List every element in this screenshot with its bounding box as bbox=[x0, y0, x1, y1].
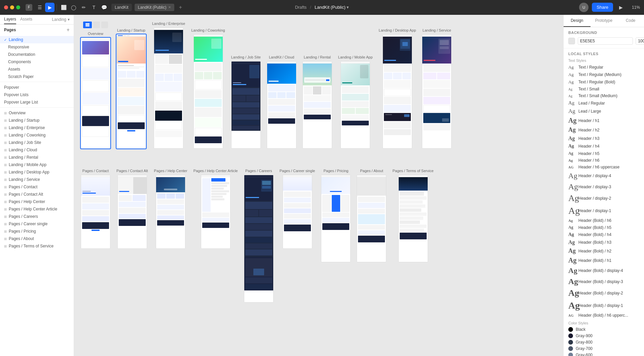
style-item[interactable]: Ag Header / h4 bbox=[568, 144, 639, 149]
page-item-pages-terms[interactable]: ⊞ Pages / Terms of Service bbox=[0, 242, 74, 250]
style-item[interactable]: Ag Header / h2 bbox=[568, 126, 639, 133]
move-tool[interactable]: ▶ bbox=[45, 3, 55, 12]
page-item-landing-jobsite[interactable]: ⊞ Landing / Job Site bbox=[0, 139, 74, 146]
text-tool[interactable]: T bbox=[89, 3, 99, 12]
color-style-gray900[interactable]: Gray-900 bbox=[568, 333, 639, 338]
frame-thumb-coworking[interactable] bbox=[193, 34, 223, 149]
frame-contact[interactable]: Pages / Contact bbox=[81, 169, 110, 249]
page-item-popover-large-list[interactable]: Popover Large List bbox=[0, 98, 74, 106]
frame-thumb-terms[interactable] bbox=[398, 175, 428, 262]
frame-thumb-jobsite[interactable] bbox=[231, 61, 261, 149]
maximize-button[interactable] bbox=[16, 5, 20, 9]
frame-thumb-careers[interactable] bbox=[244, 175, 274, 303]
page-item-pages-careers[interactable]: ⊞ Pages / Careers bbox=[0, 213, 74, 220]
page-item-components[interactable]: Components bbox=[0, 58, 74, 66]
style-item[interactable]: Ag Header / display-1 bbox=[568, 205, 639, 216]
frame-terms[interactable]: Pages / Terms of Service bbox=[392, 169, 433, 262]
style-item[interactable]: Ag Header (Bold) / h3 bbox=[568, 239, 639, 245]
frame-jobsite[interactable]: Landing / Job Site bbox=[231, 55, 261, 149]
frame-thumb-overview[interactable] bbox=[81, 38, 110, 149]
style-item[interactable]: Ag Header / display-3 bbox=[568, 182, 639, 191]
frame-help-center[interactable]: Pages / Help Center bbox=[154, 169, 187, 249]
frame-thumb-mobile[interactable] bbox=[341, 61, 370, 149]
frame-pricing[interactable]: Pages / Pricing bbox=[321, 169, 351, 262]
style-item[interactable]: Ag Header (Bold) / display-4 bbox=[568, 266, 639, 275]
frame-thumb-pricing[interactable] bbox=[321, 175, 351, 262]
page-item-landing-rental[interactable]: ⊞ Landing / Rental bbox=[0, 154, 74, 161]
style-item[interactable]: Ag Header (Bold) / h6 upperc... bbox=[568, 313, 639, 318]
page-item-responsive[interactable]: Responsive bbox=[0, 43, 74, 51]
page-item-landing-mobile[interactable]: ⊞ Landing / Mobile App bbox=[0, 161, 74, 168]
page-item-pages-about[interactable]: ⊞ Pages / About bbox=[0, 235, 74, 242]
page-item-popover[interactable]: Popover bbox=[0, 84, 74, 91]
style-item[interactable]: Ag Lead / Large bbox=[568, 108, 639, 115]
frame-service[interactable]: Landing / Service bbox=[422, 28, 452, 149]
comment-tool[interactable]: 💬 bbox=[99, 3, 109, 12]
page-item-landing-cloud[interactable]: ⊞ Landing / Cloud bbox=[0, 146, 74, 154]
menu-button[interactable]: ☰ bbox=[35, 3, 44, 12]
page-item-pages-contact[interactable]: ⊞ Pages / Contact bbox=[0, 183, 74, 191]
style-item[interactable]: Ag Header (Bold) / h6 bbox=[568, 218, 639, 223]
frame-thumb-startup[interactable] bbox=[116, 34, 146, 149]
tab-add-button[interactable]: + bbox=[177, 4, 184, 11]
pen-tool[interactable]: ✏ bbox=[79, 3, 88, 12]
style-item[interactable]: Ag Header (Bold) / h2 bbox=[568, 247, 639, 254]
minimize-button[interactable] bbox=[10, 5, 14, 9]
breadcrumb-current[interactable]: LandKit (Public) ▾ bbox=[315, 5, 349, 10]
style-item[interactable]: Ag Header (Bold) / display-2 bbox=[568, 288, 639, 298]
frame-help-center-article[interactable]: Pages / Help Center Article bbox=[193, 169, 238, 249]
style-item[interactable]: Ag Text / Small (Medium) bbox=[568, 93, 639, 98]
bg-color-swatch[interactable] bbox=[568, 38, 575, 44]
bg-hex-input[interactable] bbox=[578, 37, 633, 45]
frame-thumb-contact-alt[interactable] bbox=[117, 175, 147, 249]
frame-contact-alt[interactable]: Pages / Contact Alt bbox=[116, 169, 148, 249]
page-item-pages-help-center[interactable]: ⊞ Pages / Help Center bbox=[0, 198, 74, 205]
bg-opacity-input[interactable] bbox=[636, 37, 644, 45]
zoom-level[interactable]: 11% bbox=[632, 5, 640, 10]
page-item-landing-enterprise[interactable]: ⊞ Landing / Enterprise bbox=[0, 124, 74, 131]
frame-tool[interactable]: ⬜ bbox=[59, 3, 68, 12]
present-button[interactable]: ▶ bbox=[616, 3, 626, 12]
tab-design[interactable]: Design bbox=[564, 15, 591, 27]
frame-enterprise[interactable]: Landing / Enterprise bbox=[152, 22, 185, 149]
frame-thumb-help-article[interactable] bbox=[201, 175, 230, 249]
page-item-pages-help-center-article[interactable]: ⊞ Pages / Help Center Article bbox=[0, 205, 74, 213]
style-item[interactable]: Ag Header (Bold) / display-3 bbox=[568, 277, 639, 286]
style-item[interactable]: Ag Text / Regular (Medium) bbox=[568, 72, 639, 77]
style-item[interactable]: Ag Text / Regular (Bold) bbox=[568, 79, 639, 85]
avatar[interactable]: U bbox=[579, 3, 588, 12]
page-item-landing-startup[interactable]: ⊞ Landing / Startup bbox=[0, 117, 74, 124]
frame-thumb-help-center[interactable] bbox=[156, 175, 185, 249]
style-item[interactable]: Ag Header (Bold) / h4 bbox=[568, 232, 639, 237]
frame-desktop-app[interactable]: Landing / Desktop App bbox=[379, 28, 416, 149]
frame-coworking[interactable]: Landing / Coworking bbox=[191, 28, 225, 149]
style-item[interactable]: Ag Header / h3 bbox=[568, 135, 639, 142]
style-item[interactable]: Ag Text / Regular bbox=[568, 65, 639, 70]
style-item[interactable]: Ag Text / Small bbox=[568, 87, 639, 91]
style-item[interactable]: Ag Header / h1 bbox=[568, 117, 639, 124]
style-item[interactable]: Ag Header (Bold) / display-1 bbox=[568, 300, 639, 311]
frame-thumb-service[interactable] bbox=[422, 34, 452, 149]
frame-rental[interactable]: Landing / Rental bbox=[302, 55, 332, 149]
style-item[interactable]: Ag Header / display-4 bbox=[568, 171, 639, 180]
frame-thumb-rental[interactable] bbox=[302, 61, 332, 149]
style-item[interactable]: Ag Header / h5 bbox=[568, 151, 639, 156]
add-page-button[interactable]: + bbox=[67, 27, 70, 33]
frame-careers[interactable]: Pages / Careers bbox=[244, 169, 274, 303]
page-item-landing[interactable]: ✓ Landing bbox=[0, 36, 74, 43]
page-item-landing-coworking[interactable]: ⊞ Landing / Coworking bbox=[0, 131, 74, 139]
page-item-pages-pricing[interactable]: ⊞ Pages / Pricing bbox=[0, 228, 74, 235]
frame-thumb-about[interactable] bbox=[357, 175, 386, 262]
frame-thumb-desktop[interactable] bbox=[383, 34, 412, 149]
shape-tool[interactable]: ◯ bbox=[69, 3, 78, 12]
style-item[interactable]: Ag Header (Bold) / h5 bbox=[568, 225, 639, 230]
frame-overview[interactable]: Overview bbox=[81, 22, 110, 149]
tab-code[interactable]: Code bbox=[617, 15, 644, 27]
close-button[interactable] bbox=[4, 5, 8, 9]
frame-thumb-contact[interactable] bbox=[81, 175, 110, 249]
color-style-gray700[interactable]: Gray-700 bbox=[568, 346, 639, 351]
page-item-pages-contact-alt[interactable]: ⊞ Pages / Contact Alt bbox=[0, 191, 74, 198]
page-item-popover-lists[interactable]: Popover Lists bbox=[0, 91, 74, 98]
share-button[interactable]: Share bbox=[592, 3, 613, 12]
page-item-overview[interactable]: ⊞ Overview bbox=[0, 109, 74, 117]
